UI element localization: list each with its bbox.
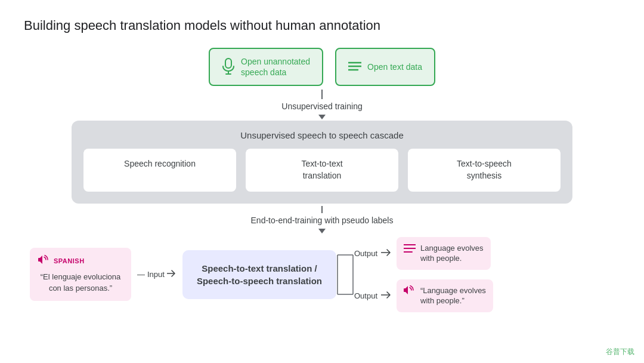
- speech-data-label: Open unannotated speech data: [241, 56, 310, 78]
- end-to-end-label: End-to-end-training with pseudo labels: [24, 213, 620, 227]
- output-audio-content: “Language evolves with people.”: [420, 285, 486, 306]
- microphone-icon: [222, 58, 235, 76]
- output-label-1: Output: [354, 249, 377, 258]
- output-card-text: Language evolves with people.: [397, 237, 491, 270]
- input-arrow: — Input: [131, 270, 182, 279]
- output-row-2: Output: [354, 279, 493, 312]
- output-label-2: Output: [354, 291, 377, 300]
- watermark: 谷普下载: [606, 347, 634, 357]
- main-container: Building speech translation models witho…: [0, 0, 644, 363]
- arrow-right-icon: [167, 270, 177, 279]
- page-title: Building speech translation models witho…: [24, 18, 620, 33]
- spanish-card: SPANISH “El lenguaje evoluciona con las …: [30, 248, 131, 300]
- speaker-output-icon: [404, 285, 416, 298]
- diagram: Open unannotated speech data Open text d…: [24, 48, 620, 312]
- speaker-icon: [38, 255, 50, 267]
- right-outputs: Output: [354, 237, 493, 312]
- bracket-area: [336, 242, 354, 307]
- arrow-down-1: [318, 115, 326, 119]
- spanish-badge: SPANISH: [38, 255, 123, 267]
- bracket-svg: [336, 242, 354, 307]
- dash-label: —: [137, 270, 145, 279]
- output-arrow-1: [381, 248, 393, 259]
- output-row-1: Output: [354, 237, 493, 270]
- top-inputs: Open unannotated speech data Open text d…: [24, 48, 620, 86]
- cascade-box: Unsupervised speech to speech cascade Sp…: [72, 121, 572, 203]
- spanish-badge-text: SPANISH: [54, 257, 85, 264]
- cascade-item-tts: Text-to-speech synthesis: [408, 149, 561, 191]
- bottom-section: SPANISH “El lenguaje evoluciona con las …: [24, 237, 620, 312]
- output-text-content: Language evolves with people.: [420, 243, 484, 264]
- spanish-quote: “El lenguaje evoluciona con las personas…: [38, 272, 123, 293]
- lines-icon: [348, 61, 361, 73]
- text-lines-icon: [404, 243, 416, 257]
- cascade-items: Speech recognition Text-to-text translat…: [83, 149, 561, 191]
- svg-rect-0: [225, 59, 231, 68]
- input-label: Input: [147, 270, 165, 279]
- text-data-box: Open text data: [335, 48, 435, 86]
- output-arrow-2: [381, 290, 393, 301]
- cascade-item-speech: Speech recognition: [83, 149, 236, 191]
- text-data-label: Open text data: [367, 62, 422, 72]
- cascade-item-text: Text-to-text translation: [246, 149, 398, 191]
- cascade-title: Unsupervised speech to speech cascade: [83, 130, 561, 140]
- speech-data-box: Open unannotated speech data: [209, 48, 323, 86]
- arrow-down-2: [318, 229, 326, 233]
- connector-line-1: [321, 90, 323, 99]
- connector-line-2: [321, 206, 323, 213]
- translation-box: Speech-to-text translation / Speech-to-s…: [182, 250, 336, 299]
- unsupervised-label: Unsupervised training: [24, 99, 620, 113]
- output-card-audio: “Language evolves with people.”: [397, 279, 493, 312]
